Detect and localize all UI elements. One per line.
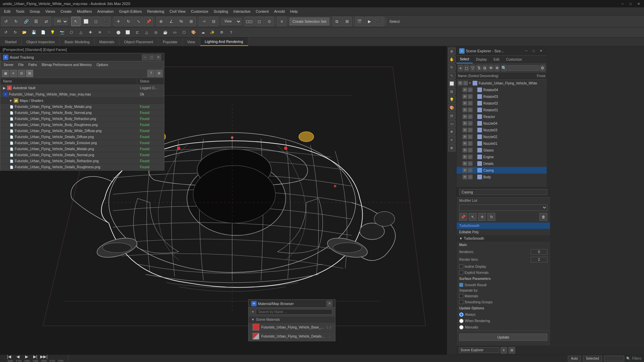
modifier-dropdown[interactable]	[459, 204, 547, 211]
se-rotator02-render[interactable]: □	[468, 101, 473, 106]
at-close-btn[interactable]: ✕	[155, 54, 161, 60]
se-node-body[interactable]: 👁 □ Body	[457, 174, 547, 180]
se-rotator02-eye[interactable]: 👁	[463, 101, 467, 106]
menu-views[interactable]: Views	[43, 9, 58, 14]
tab-object-inspection[interactable]: Object Inspection	[21, 38, 60, 46]
se-nozzle02-render[interactable]: □	[468, 134, 473, 139]
spinner-snap-btn[interactable]: ⊞	[186, 17, 196, 26]
maximize-btn[interactable]: □	[628, 1, 633, 6]
se-nozzle01-eye[interactable]: 👁	[463, 141, 467, 146]
minimize-btn[interactable]: ─	[620, 1, 625, 6]
at-maximize-btn[interactable]: □	[149, 54, 155, 60]
se-node-rotator03[interactable]: 👁 □ Rotator03	[457, 93, 547, 100]
se-search-box[interactable]	[507, 65, 539, 71]
se-freeze-btn[interactable]: ❄	[494, 65, 500, 71]
mat-item-0[interactable]: Futuristic_Urban_Flying_Vehicle_Base_MAT…	[249, 323, 335, 332]
se-rotator02-expand[interactable]	[473, 101, 477, 105]
se-engine-render[interactable]: □	[468, 155, 473, 159]
sb-set-k-input[interactable]	[604, 356, 624, 361]
menu-help[interactable]: Help	[287, 9, 301, 14]
mirror-btn[interactable]: ⊣	[199, 17, 208, 26]
tb2-teapot[interactable]: ☕	[161, 28, 170, 37]
tb2-cam[interactable]: 📷	[58, 28, 66, 37]
ts-manually-radio[interactable]	[459, 325, 464, 329]
se-details-expand[interactable]	[473, 162, 477, 166]
tb2-box[interactable]: ⬜	[123, 28, 132, 37]
se-sort-btn[interactable]: ⇅	[476, 65, 481, 71]
asset-row-max-file[interactable]: 3 Futuristic_Urban_Flying_Vehicle_White_…	[0, 91, 164, 98]
se-root-eye[interactable]: 👁	[458, 81, 463, 85]
select-paint-btn[interactable]: ⬛	[101, 17, 111, 26]
mat-item-1[interactable]: Futuristic_Urban_Flying_Vehicle_Details_…	[249, 332, 335, 341]
ts-renderiter-input[interactable]	[531, 257, 547, 262]
asset-row-9[interactable]: 📄 Futuristic_Urban_Flying_Vehicle_Detail…	[0, 158, 164, 164]
se-nozzle03-expand[interactable]	[473, 128, 477, 132]
se-nozzle03-eye[interactable]: 👁	[463, 128, 467, 132]
ts-iterations-input[interactable]	[531, 249, 547, 255]
se-reactor-expand[interactable]	[473, 115, 477, 119]
tb2-lights[interactable]: 💡	[48, 28, 57, 37]
view-select[interactable]: View	[221, 18, 241, 25]
at-list2-btn[interactable]: ⊟	[18, 70, 25, 77]
se-search-btn[interactable]: 🔍	[501, 65, 507, 71]
tab-object-placement[interactable]: Object Placement	[119, 38, 158, 46]
se-root-expand[interactable]: ▼	[468, 81, 472, 85]
se-node-rotator04[interactable]: 👁 □ Rotator04	[457, 86, 547, 93]
se-name-input[interactable]	[459, 347, 499, 353]
se-layers-btn[interactable]: ⧉	[482, 65, 488, 71]
mod-rotate-btn[interactable]: ↻	[487, 213, 495, 221]
select-region-btn[interactable]: ⬜	[81, 17, 91, 26]
mod-item-editable-poly[interactable]: Editable Poly	[457, 229, 550, 235]
asset-row-4[interactable]: 📄 Futuristic_Urban_Flying_Vehicle_Body_W…	[0, 128, 164, 134]
asset-row-7[interactable]: 📄 Futuristic_Urban_Flying_Vehicle_Detail…	[0, 146, 164, 152]
vp-zoom-btn[interactable]: ⊕	[448, 48, 455, 55]
ts-isoline-checkbox[interactable]	[459, 264, 463, 268]
menu-modifiers[interactable]: Modifiers	[74, 9, 95, 14]
se-body-expand[interactable]	[473, 175, 477, 179]
se-casing-eye[interactable]: 👁	[463, 168, 467, 173]
at-options-menu[interactable]: Options	[95, 62, 110, 67]
select-lasso-btn[interactable]: ◻	[91, 17, 101, 26]
vp-stats-btn[interactable]: ≡	[448, 136, 455, 143]
tb2-new[interactable]: 📄	[39, 28, 48, 37]
at-settings-btn[interactable]: ⚙	[155, 70, 163, 77]
at-detail-btn[interactable]: ⊞	[26, 70, 33, 77]
se-tab-display[interactable]: Display	[473, 56, 490, 63]
vp-wire-btn[interactable]: ⊞	[448, 88, 455, 95]
at-list-btn[interactable]: ≡	[10, 70, 17, 77]
vp-grid-btn[interactable]: ⊟	[448, 112, 455, 119]
mod-delete-btn[interactable]: 🗑	[539, 213, 547, 221]
ts-when-rendering-radio[interactable]	[459, 319, 464, 323]
se-node-glases[interactable]: 👁 □ Glases	[457, 147, 547, 154]
menu-group[interactable]: Group	[27, 9, 43, 14]
place-btn[interactable]: 📌	[144, 17, 153, 26]
select-none-btn[interactable]: ◻	[255, 17, 264, 26]
se-glases-render[interactable]: □	[468, 148, 473, 153]
mod-pin-btn[interactable]: 📌	[459, 213, 467, 221]
se-nozzle01-render[interactable]: □	[468, 141, 473, 146]
select-btn[interactable]: ↖	[71, 17, 80, 26]
at-paths-menu[interactable]: Paths	[26, 62, 39, 67]
se-rotator01-expand[interactable]	[473, 108, 477, 112]
se-rotator03-expand[interactable]	[473, 95, 477, 99]
tb2-redo[interactable]: ↻	[11, 28, 19, 37]
asset-row-2[interactable]: 📄 Futuristic_Urban_Flying_Vehicle_Body_R…	[0, 116, 164, 122]
se-node-nozzle01[interactable]: 👁 □ Nozzle01	[457, 140, 547, 147]
scene-materials-header[interactable]: ▼ Scene Materials	[249, 316, 335, 323]
se-root-render[interactable]: □	[463, 81, 468, 85]
asset-row-0[interactable]: 📄 Futuristic_Urban_Flying_Vehicle_Body_M…	[0, 104, 164, 110]
tb2-help[interactable]: ?	[227, 28, 235, 37]
se-node-engine[interactable]: 👁 □ Engine	[457, 154, 547, 160]
tab-basic-modeling[interactable]: Basic Modeling	[60, 38, 95, 46]
se-rotator03-render[interactable]: □	[468, 94, 473, 99]
tab-materials[interactable]: Materials	[95, 38, 119, 46]
se-nozzle03-render[interactable]: □	[468, 128, 473, 132]
close-btn[interactable]: ✕	[636, 1, 641, 6]
at-file-menu[interactable]: File	[16, 62, 25, 67]
se-details-eye[interactable]: 👁	[463, 161, 467, 166]
turbosmooth-header[interactable]: ▼ TurboSmooth	[457, 235, 550, 242]
mat-search-input[interactable]	[256, 309, 332, 315]
layer-btn[interactable]: ⧉	[332, 17, 342, 26]
snaps-btn[interactable]: ⊕	[156, 17, 166, 26]
ts-update-btn[interactable]: Update	[459, 334, 547, 341]
